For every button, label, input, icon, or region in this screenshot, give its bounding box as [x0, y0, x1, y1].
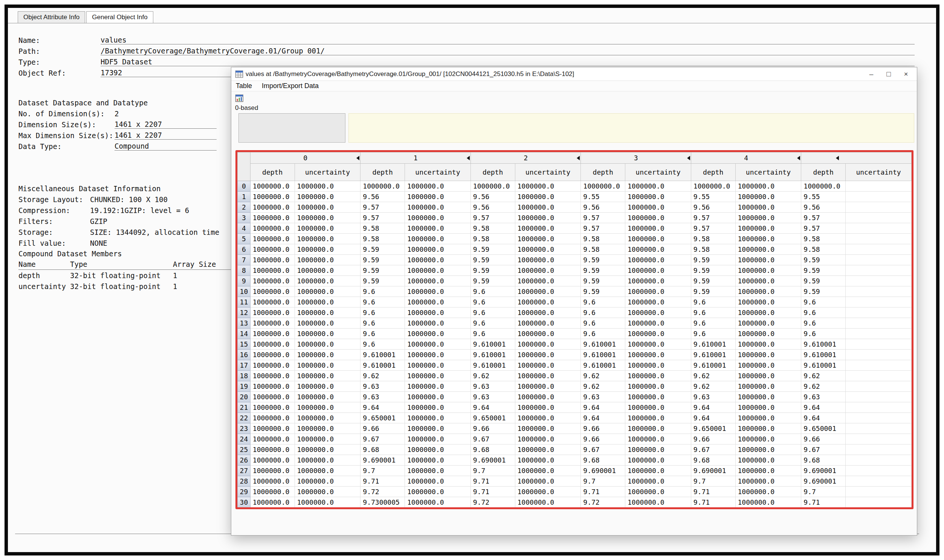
grid-cell[interactable]: 1000000.0	[295, 381, 361, 392]
grid-cell[interactable]	[846, 455, 912, 466]
grid-cell[interactable]: 9.7	[581, 476, 625, 487]
grid-cell[interactable]: 9.63	[470, 392, 515, 402]
grid-cell[interactable]: 1000000.0	[250, 455, 295, 466]
grid-cell[interactable]: 9.6	[801, 318, 846, 329]
row-header[interactable]: 30	[238, 497, 250, 508]
grid-cell[interactable]: 9.59	[361, 276, 405, 286]
grid-cell[interactable]: 9.6	[581, 308, 625, 318]
grid-cell[interactable]	[846, 286, 912, 297]
grid-cell[interactable]: 9.58	[361, 223, 405, 234]
grid-cell[interactable]: 1000000.0	[735, 402, 801, 413]
row-header[interactable]: 26	[238, 455, 250, 466]
grid-cell[interactable]	[846, 255, 912, 265]
grid-cell[interactable]: 1000000.0	[250, 497, 295, 508]
row-header[interactable]: 12	[238, 308, 250, 318]
column-subheader-uncertainty[interactable]: uncertainty	[405, 164, 471, 181]
grid-cell[interactable]: 1000000.0	[581, 181, 625, 192]
grid-cell[interactable]: 1000000.0	[515, 329, 581, 339]
grid-cell[interactable]: 9.56	[361, 192, 405, 202]
grid-cell[interactable]: 9.59	[581, 265, 625, 276]
grid-cell[interactable]: 9.650001	[470, 413, 515, 423]
grid-cell[interactable]: 1000000.0	[625, 413, 691, 423]
grid-cell[interactable]: 9.64	[361, 402, 405, 413]
grid-cell[interactable]: 9.6	[581, 329, 625, 339]
grid-cell[interactable]: 1000000.0	[515, 434, 581, 445]
grid-cell[interactable]: 1000000.0	[515, 286, 581, 297]
grid-cell[interactable]: 1000000.0	[250, 308, 295, 318]
grid-cell[interactable]: 9.58	[691, 244, 735, 255]
tab-object-attribute-info[interactable]: Object Attribute Info	[18, 11, 85, 23]
cell-reference-box[interactable]	[238, 113, 346, 143]
grid-cell[interactable]: 9.68	[581, 455, 625, 466]
grid-cell[interactable]: 9.71	[361, 476, 405, 487]
grid-cell[interactable]: 9.6	[361, 329, 405, 339]
grid-cell[interactable]: 9.610001	[691, 350, 735, 360]
row-header[interactable]: 23	[238, 423, 250, 434]
grid-cell[interactable]: 9.62	[361, 371, 405, 381]
grid-cell[interactable]: 1000000.0	[625, 402, 691, 413]
grid-cell[interactable]: 1000000.0	[405, 445, 471, 455]
grid-cell[interactable]: 1000000.0	[625, 202, 691, 212]
grid-cell[interactable]: 9.650001	[801, 423, 846, 434]
grid-cell[interactable]: 1000000.0	[250, 350, 295, 360]
grid-cell[interactable]: 9.67	[691, 445, 735, 455]
grid-cell[interactable]: 1000000.0	[295, 181, 361, 192]
grid-cell[interactable]: 9.610001	[691, 339, 735, 350]
grid-cell[interactable]: 1000000.0	[515, 255, 581, 265]
grid-cell[interactable]: 1000000.0	[625, 329, 691, 339]
grid-cell[interactable]: 1000000.0	[735, 455, 801, 466]
grid-cell[interactable]: 9.650001	[691, 423, 735, 434]
grid-cell[interactable]: 1000000.0	[625, 286, 691, 297]
grid-cell[interactable]: 9.59	[691, 286, 735, 297]
grid-cell[interactable]: 9.7	[470, 466, 515, 476]
column-subheader-depth[interactable]: depth	[250, 164, 295, 181]
grid-cell[interactable]: 9.7	[801, 487, 846, 497]
grid-cell[interactable]	[846, 381, 912, 392]
grid-cell[interactable]: 9.63	[801, 392, 846, 402]
grid-cell[interactable]	[846, 339, 912, 350]
grid-cell[interactable]: 1000000.0	[295, 286, 361, 297]
grid-cell[interactable]: 1000000.0	[250, 181, 295, 192]
grid-cell[interactable]: 9.59	[581, 286, 625, 297]
grid-cell[interactable]: 1000000.0	[625, 392, 691, 402]
grid-cell[interactable]: 9.71	[801, 497, 846, 508]
grid-cell[interactable]: 9.68	[691, 455, 735, 466]
window-titlebar[interactable]: values at /BathymetryCoverage/Bathymetry…	[231, 68, 917, 81]
grid-cell[interactable]: 9.58	[801, 234, 846, 244]
grid-cell[interactable]: 1000000.0	[515, 487, 581, 497]
grid-cell[interactable]: 9.59	[801, 265, 846, 276]
grid-cell[interactable]: 9.610001	[801, 339, 846, 350]
column-group-header[interactable]: 0	[250, 152, 361, 164]
grid-cell[interactable]: 9.6	[361, 286, 405, 297]
row-header[interactable]: 29	[238, 487, 250, 497]
grid-cell[interactable]: 1000000.0	[735, 339, 801, 350]
grid-cell[interactable]: 1000000.0	[405, 360, 471, 371]
row-header[interactable]: 1	[238, 192, 250, 202]
grid-cell[interactable]: 1000000.0	[735, 297, 801, 308]
grid-cell[interactable]: 9.56	[581, 202, 625, 212]
grid-cell[interactable]: 9.71	[691, 497, 735, 508]
grid-cell[interactable]: 9.72	[581, 497, 625, 508]
grid-cell[interactable]: 1000000.0	[405, 423, 471, 434]
grid-cell[interactable]: 1000000.0	[361, 181, 405, 192]
grid-cell[interactable]	[846, 497, 912, 508]
row-header[interactable]: 14	[238, 329, 250, 339]
grid-cell[interactable]: 9.59	[691, 265, 735, 276]
grid-cell[interactable]: 1000000.0	[625, 265, 691, 276]
grid-cell[interactable]: 1000000.0	[295, 402, 361, 413]
grid-cell[interactable]	[846, 360, 912, 371]
grid-cell[interactable]: 1000000.0	[295, 487, 361, 497]
grid-cell[interactable]: 9.59	[470, 265, 515, 276]
grid-cell[interactable]	[846, 265, 912, 276]
grid-cell[interactable]: 1000000.0	[625, 308, 691, 318]
maximize-button[interactable]: □	[880, 68, 897, 80]
grid-cell[interactable]: 9.57	[801, 212, 846, 223]
grid-cell[interactable]: 1000000.0	[405, 308, 471, 318]
row-header[interactable]: 16	[238, 350, 250, 360]
grid-cell[interactable]: 9.67	[470, 434, 515, 445]
grid-cell[interactable]: 9.610001	[801, 360, 846, 371]
grid-cell[interactable]: 1000000.0	[405, 286, 471, 297]
grid-cell[interactable]: 9.62	[470, 371, 515, 381]
grid-cell[interactable]: 9.63	[361, 392, 405, 402]
grid-cell[interactable]: 1000000.0	[625, 223, 691, 234]
